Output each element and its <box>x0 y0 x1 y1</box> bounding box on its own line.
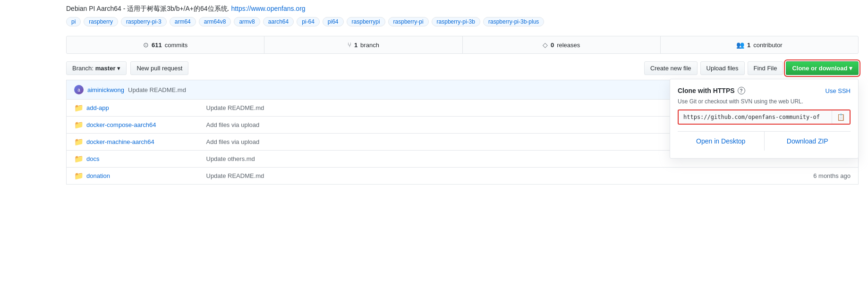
clone-description: Use Git or checkout with SVN using the w… <box>678 98 851 105</box>
releases-icon: ◇ <box>543 41 548 49</box>
file-name: docker-compose-aarch64 <box>86 121 156 128</box>
branches-stat[interactable]: ⑂ 1 branch <box>264 36 462 53</box>
tag-item[interactable]: arm64 <box>170 17 196 26</box>
commit-author-link[interactable]: aiminickwong <box>87 86 124 93</box>
file-name-cell: 📁 add-app <box>67 100 199 117</box>
folder-icon: 📁 <box>74 154 84 163</box>
repo-description: Debian PI Aarch64 - 适用于树莓派3b/b+/A+的64位系统… <box>66 5 859 13</box>
file-name: add-app <box>86 104 109 111</box>
commit-message: Update README.md <box>128 86 186 93</box>
avatar: a <box>74 85 84 94</box>
use-ssh-link[interactable]: Use SSH <box>825 87 851 94</box>
contributors-stat[interactable]: 👥 1 contributor <box>661 36 858 53</box>
file-link[interactable]: 📁 docker-compose-aarch64 <box>74 120 191 129</box>
releases-stat[interactable]: ◇ 0 releases <box>463 36 661 53</box>
tag-item[interactable]: pi <box>66 17 81 26</box>
folder-icon: 📁 <box>74 103 84 112</box>
releases-count: 0 <box>551 42 554 49</box>
find-file-button[interactable]: Find File <box>748 61 783 75</box>
copy-url-button[interactable]: 📋 <box>832 110 850 124</box>
branch-selector[interactable]: Branch: master ▾ <box>66 61 127 75</box>
new-pull-request-button[interactable]: New pull request <box>130 61 188 75</box>
branch-icon: ⑂ <box>348 41 351 49</box>
contributors-label: contributor <box>753 42 782 49</box>
open-in-desktop-button[interactable]: Open in Desktop <box>678 132 765 151</box>
tag-item[interactable]: raspberry-pi-3b-plus <box>483 17 544 26</box>
clone-title: Clone with HTTPS ? <box>678 87 745 94</box>
file-name-cell: 📁 docs <box>67 151 199 168</box>
branches-count: 1 <box>354 42 357 49</box>
file-link[interactable]: 📁 docker-machine-aarch64 <box>74 137 191 146</box>
tag-item[interactable]: raspberry-pi-3 <box>121 17 167 26</box>
commits-stat[interactable]: ⊙ 611 commits <box>67 36 264 53</box>
file-commit-msg: Update README.md <box>199 168 583 185</box>
branches-label: branch <box>360 42 379 49</box>
file-name-cell: 📁 donation <box>67 168 199 185</box>
contributors-icon: 👥 <box>736 41 744 49</box>
clone-url-row: 📋 <box>678 110 851 125</box>
clone-dropdown-panel: Clone with HTTPS ? Use SSH Use Git or ch… <box>670 79 859 159</box>
tag-item[interactable]: aarch64 <box>263 17 294 26</box>
folder-icon: 📁 <box>74 137 84 146</box>
file-link[interactable]: 📁 add-app <box>74 103 191 112</box>
openfans-link[interactable]: https://www.openfans.org <box>231 5 305 12</box>
clone-or-download-button[interactable]: Clone or download ▾ <box>786 61 859 75</box>
folder-icon: 📁 <box>74 171 84 180</box>
toolbar: Branch: master ▾ New pull request Create… <box>66 61 859 75</box>
table-row: 📁 donation Update README.md 6 months ago <box>67 168 859 185</box>
clone-actions: Open in Desktop Download ZIP <box>678 131 851 151</box>
file-name: donation <box>86 172 110 179</box>
file-commit-msg: Update others.md <box>199 151 583 168</box>
file-commit-msg: Add files via upload <box>199 134 583 151</box>
branch-name: master <box>95 65 116 72</box>
file-link[interactable]: 📁 donation <box>74 171 191 180</box>
create-new-file-button[interactable]: Create new file <box>644 61 698 75</box>
clipboard-icon: 📋 <box>837 113 845 121</box>
clone-header: Clone with HTTPS ? Use SSH <box>678 87 851 94</box>
folder-icon: 📁 <box>74 120 84 129</box>
toolbar-right: Create new file Upload files Find File C… <box>644 61 859 75</box>
commits-label: commits <box>165 42 187 49</box>
tag-item[interactable]: armv8 <box>234 17 260 26</box>
file-commit-msg: Add files via upload <box>199 117 583 134</box>
toolbar-left: Branch: master ▾ New pull request <box>66 61 188 75</box>
file-link[interactable]: 📁 docs <box>74 154 191 163</box>
commits-icon: ⊙ <box>143 41 149 49</box>
tag-item[interactable]: raspberry <box>84 17 118 26</box>
tag-item[interactable]: raspberrypi <box>347 17 385 26</box>
file-name: docs <box>86 155 99 162</box>
download-zip-button[interactable]: Download ZIP <box>765 132 851 151</box>
branch-prefix: Branch: <box>72 65 94 72</box>
stats-bar: ⊙ 611 commits ⑂ 1 branch ◇ 0 releases 👥 … <box>66 36 859 54</box>
contributors-count: 1 <box>747 42 750 49</box>
chevron-down-icon: ▾ <box>117 65 120 72</box>
clone-url-input[interactable] <box>679 111 832 123</box>
tag-item[interactable]: pi-64 <box>297 17 320 26</box>
commits-count: 611 <box>152 42 162 49</box>
tags-container: piraspberryraspberry-pi-3arm64arm64v8arm… <box>66 17 859 26</box>
tag-item[interactable]: pi64 <box>323 17 344 26</box>
upload-files-button[interactable]: Upload files <box>700 61 745 75</box>
file-name-cell: 📁 docker-machine-aarch64 <box>67 134 199 151</box>
help-icon[interactable]: ? <box>738 87 745 94</box>
tag-item[interactable]: raspberry-pi <box>388 17 429 26</box>
file-time: 6 months ago <box>582 168 858 185</box>
tag-item[interactable]: raspberry-pi-3b <box>432 17 480 26</box>
releases-label: releases <box>557 42 580 49</box>
tag-item[interactable]: arm64v8 <box>199 17 231 26</box>
file-name-cell: 📁 docker-compose-aarch64 <box>67 117 199 134</box>
file-commit-msg: Update README.md <box>199 100 583 117</box>
file-name: docker-machine-aarch64 <box>86 138 154 145</box>
